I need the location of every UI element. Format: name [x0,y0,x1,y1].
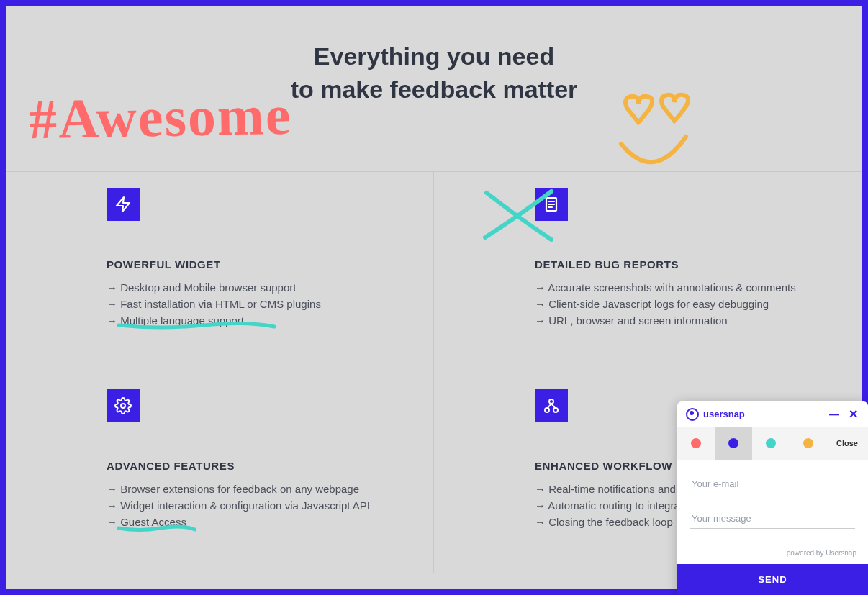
feature-item: Desktop and Mobile browser support [107,279,404,296]
hero-section: Everything you need to make feedback mat… [6,6,862,171]
color-bar-close-button[interactable]: Close [836,439,868,448]
color-picker-bar: Close [677,427,868,460]
hero-line1: Everything you need [314,42,554,70]
gear-icon [107,389,140,422]
svg-point-7 [553,408,558,412]
feature-title: POWERFUL WIDGET [107,258,404,271]
usersnap-logo-icon [686,408,699,421]
feature-list: Browser extensions for feedback on any w… [107,481,404,531]
feature-item: Guest Access [107,514,404,530]
feature-list: Desktop and Mobile browser support Fast … [107,279,404,330]
feature-advanced-features: ADVANCED FEATURES Browser extensions for… [6,373,434,574]
share-icon [535,389,568,422]
widget-brand-name: usersnap [703,409,745,419]
feature-item: Client-side Javascript logs for easy deb… [535,296,833,312]
hero-line2: to make feedback matter [291,76,578,103]
document-icon [535,188,568,221]
message-input[interactable] [690,509,855,529]
color-swatch-red[interactable] [677,427,715,460]
color-swatch-orange[interactable] [790,427,827,460]
feature-item: Widget interaction & configuration via J… [107,497,404,514]
feedback-widget: usersnap — ✕ Close powered by Usersnap S… [677,401,868,595]
widget-header: usersnap — ✕ [677,401,868,427]
svg-point-6 [545,408,549,412]
feature-list: Accurate screenshots with annotations & … [535,279,833,330]
color-swatch-blue[interactable] [715,427,752,460]
feature-item: URL, browser and screen information [535,312,833,329]
feature-powerful-widget: POWERFUL WIDGET Desktop and Mobile brows… [6,171,434,373]
lightning-icon [107,188,140,221]
feature-item: Fast installation via HTML or CMS plugin… [107,296,404,312]
svg-point-5 [121,404,125,408]
hero-heading: Everything you need to make feedback mat… [20,40,848,106]
feature-title: ADVANCED FEATURES [107,460,404,472]
svg-line-10 [551,404,555,408]
svg-line-9 [548,404,551,408]
feature-item: Multiple language support [107,312,404,329]
powered-by-label: powered by Usersnap [677,549,868,564]
widget-minimize-button[interactable]: — [828,409,841,420]
widget-brand: usersnap [686,408,745,421]
send-button[interactable]: SEND [677,564,868,595]
email-input[interactable] [690,474,855,494]
feature-item: Browser extensions for feedback on any w… [107,481,404,497]
feature-item: Accurate screenshots with annotations & … [535,279,833,296]
color-swatch-teal[interactable] [752,427,790,460]
widget-body [677,460,868,549]
widget-close-button[interactable]: ✕ [846,407,859,421]
svg-marker-0 [117,197,130,212]
feature-detailed-bug-reports: DETAILED BUG REPORTS Accurate screenshot… [434,171,862,373]
feature-title: DETAILED BUG REPORTS [535,258,833,271]
